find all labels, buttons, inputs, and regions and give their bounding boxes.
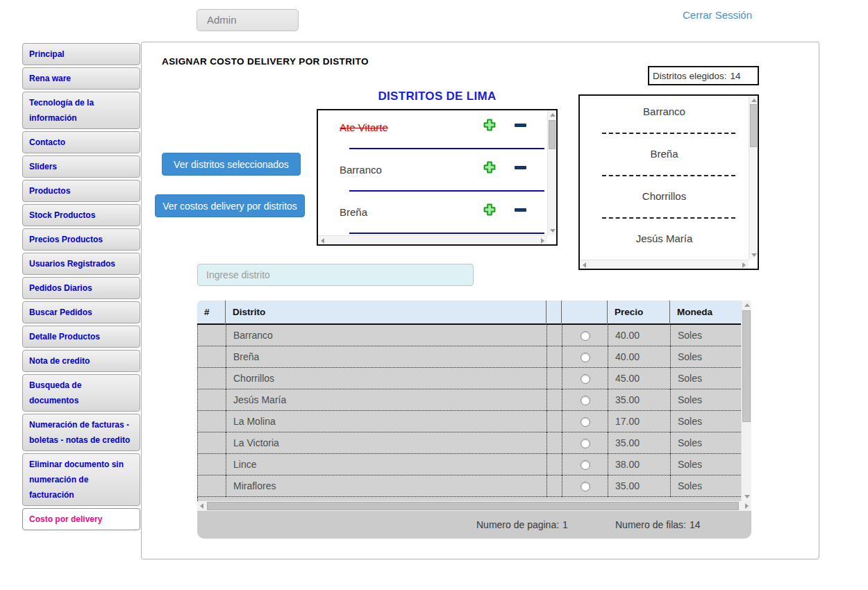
sidebar-item-numeracion-facturas[interactable]: Numeración de facturas - boletas - notas… bbox=[22, 414, 140, 451]
view-delivery-costs-button[interactable]: Ver costos delivery por distritos bbox=[155, 194, 305, 217]
view-selected-districts-button[interactable]: Ver distritos seleccionados bbox=[162, 153, 301, 176]
minus-icon[interactable] bbox=[515, 161, 528, 174]
horizontal-scrollbar[interactable] bbox=[197, 501, 751, 511]
sidebar-item-precios-productos[interactable]: Precios Productos bbox=[22, 228, 140, 251]
cell-price: 35.00 bbox=[608, 389, 670, 411]
cell-price: 45.00 bbox=[608, 368, 670, 389]
sidebar-item-nota-de-credito[interactable]: Nota de credito bbox=[22, 350, 140, 372]
radio-button[interactable] bbox=[581, 460, 590, 470]
chosen-count-box: Distritos elegidos: 14 bbox=[648, 66, 759, 85]
minus-icon[interactable] bbox=[515, 119, 528, 131]
radio-button[interactable] bbox=[581, 417, 590, 427]
plus-icon[interactable] bbox=[483, 119, 496, 131]
column-header-district: Distrito bbox=[225, 301, 546, 325]
row-divider bbox=[349, 190, 544, 192]
scrollbar-thumb[interactable] bbox=[750, 104, 757, 147]
scrollbar-thumb[interactable] bbox=[207, 502, 739, 510]
cell-currency: Soles bbox=[670, 454, 741, 475]
sidebar-item-contacto[interactable]: Contacto bbox=[22, 131, 140, 153]
district-name: Barranco bbox=[340, 164, 382, 176]
radio-button[interactable] bbox=[581, 331, 590, 341]
table-footer: Numero de pagina: 1 Numero de filas: 14 bbox=[197, 511, 751, 539]
sidebar-item-productos[interactable]: Productos bbox=[22, 180, 140, 202]
cell-district: La Victoria bbox=[226, 432, 546, 454]
horizontal-scrollbar[interactable] bbox=[318, 235, 547, 244]
radio-button[interactable] bbox=[581, 353, 590, 362]
districts-title: DISTRITOS DE LIMA bbox=[317, 90, 558, 103]
sidebar-item-sliders[interactable]: Sliders bbox=[22, 155, 140, 178]
logout-link[interactable]: Cerrar Sessión bbox=[683, 9, 752, 21]
chevron-left-icon[interactable] bbox=[200, 503, 203, 509]
chevron-up-icon[interactable] bbox=[744, 303, 750, 307]
sidebar-item-principal[interactable]: Principal bbox=[22, 43, 140, 65]
row-divider bbox=[349, 233, 544, 234]
plus-icon[interactable] bbox=[483, 161, 496, 174]
radio-button[interactable] bbox=[581, 396, 590, 405]
chevron-right-icon[interactable] bbox=[745, 503, 749, 509]
sidebar-item-eliminar-documento[interactable]: Eliminar documento sin numeración de fac… bbox=[22, 453, 140, 506]
scrollbar-thumb[interactable] bbox=[742, 310, 751, 422]
cell-district: Barranco bbox=[226, 325, 546, 346]
sidebar-item-pedidos-diarios[interactable]: Pedidos Diarios bbox=[22, 277, 140, 299]
radio-button[interactable] bbox=[581, 374, 590, 384]
sidebar-item-busqueda-documentos[interactable]: Busqueda de documentos bbox=[22, 374, 140, 412]
rows-count-label: Numero de filas: bbox=[615, 519, 686, 530]
sidebar-item-costo-por-delivery[interactable]: Costo por delivery bbox=[22, 508, 140, 530]
radio-button[interactable] bbox=[581, 439, 590, 448]
cell-price: 35.00 bbox=[608, 475, 670, 497]
column-header-price: Precio bbox=[607, 301, 669, 325]
table-row: Barranco 40.00 Soles bbox=[197, 325, 741, 346]
chevron-right-icon[interactable] bbox=[742, 262, 746, 268]
list-item: Ate Vitarte bbox=[318, 110, 556, 153]
chevron-left-icon[interactable] bbox=[583, 262, 586, 268]
chevron-right-icon[interactable] bbox=[541, 238, 544, 244]
table-row: Jesús María 35.00 Soles bbox=[197, 389, 741, 411]
minus-icon[interactable] bbox=[515, 203, 528, 216]
radio-button[interactable] bbox=[581, 482, 590, 491]
search-input[interactable] bbox=[197, 264, 474, 286]
sidebar-item-rena-ware[interactable]: Rena ware bbox=[22, 67, 140, 90]
cell-currency: Soles bbox=[670, 432, 741, 454]
list-item: Chorrillos bbox=[580, 180, 758, 223]
district-name: Breña bbox=[580, 148, 749, 160]
sidebar-item-usuarios-registrados[interactable]: Usuarios Registrados bbox=[22, 253, 140, 275]
chevron-down-icon[interactable] bbox=[744, 495, 750, 498]
cell-currency: Soles bbox=[670, 475, 741, 497]
cell-price: 17.00 bbox=[608, 411, 670, 432]
table-row: Breña 40.00 Soles bbox=[197, 346, 741, 368]
vertical-scrollbar[interactable] bbox=[547, 110, 556, 235]
list-item: Barranco bbox=[580, 96, 758, 138]
table-row: Chorrillos 45.00 Soles bbox=[197, 368, 741, 389]
cell-district: Lince bbox=[226, 454, 546, 475]
plus-icon[interactable] bbox=[483, 203, 496, 216]
table-row: La Molina 17.00 Soles bbox=[197, 411, 741, 432]
chevron-up-icon[interactable] bbox=[751, 99, 757, 102]
sidebar-item-detalle-productos[interactable]: Detalle Productos bbox=[22, 326, 140, 348]
cell-district: Breña bbox=[226, 346, 546, 368]
sidebar-item-tecnologia[interactable]: Tecnología de la información bbox=[22, 92, 140, 129]
chevron-down-icon[interactable] bbox=[751, 253, 757, 257]
scrollbar-thumb[interactable] bbox=[549, 120, 556, 149]
row-divider bbox=[602, 217, 735, 219]
sidebar-item-buscar-pedidos[interactable]: Buscar Pedidos bbox=[22, 301, 140, 323]
list-item: Barranco bbox=[318, 153, 556, 195]
sidebar-item-stock-productos[interactable]: Stock Productos bbox=[22, 204, 140, 226]
admin-user-box[interactable]: Admin bbox=[197, 9, 299, 31]
cell-price: 40.00 bbox=[608, 325, 670, 346]
cell-currency: Soles bbox=[670, 325, 741, 346]
chevron-up-icon[interactable] bbox=[550, 113, 556, 117]
horizontal-scrollbar[interactable] bbox=[580, 260, 749, 269]
district-name: Barranco bbox=[580, 106, 749, 117]
chevron-down-icon[interactable] bbox=[550, 229, 556, 233]
table-header: # Distrito Precio Moneda bbox=[197, 301, 741, 325]
chevron-left-icon[interactable] bbox=[321, 238, 324, 244]
list-item: Breña bbox=[580, 138, 758, 180]
row-divider bbox=[349, 148, 544, 149]
list-item: Jesús María bbox=[580, 223, 758, 265]
cell-currency: Soles bbox=[670, 411, 741, 432]
vertical-scrollbar[interactable] bbox=[741, 301, 751, 501]
cell-district: Miraflores bbox=[226, 475, 546, 497]
district-pick-list: Ate Vitarte Barranco Breña bbox=[317, 109, 558, 246]
rows-count: Numero de filas: 14 bbox=[615, 519, 701, 530]
vertical-scrollbar[interactable] bbox=[749, 96, 758, 260]
